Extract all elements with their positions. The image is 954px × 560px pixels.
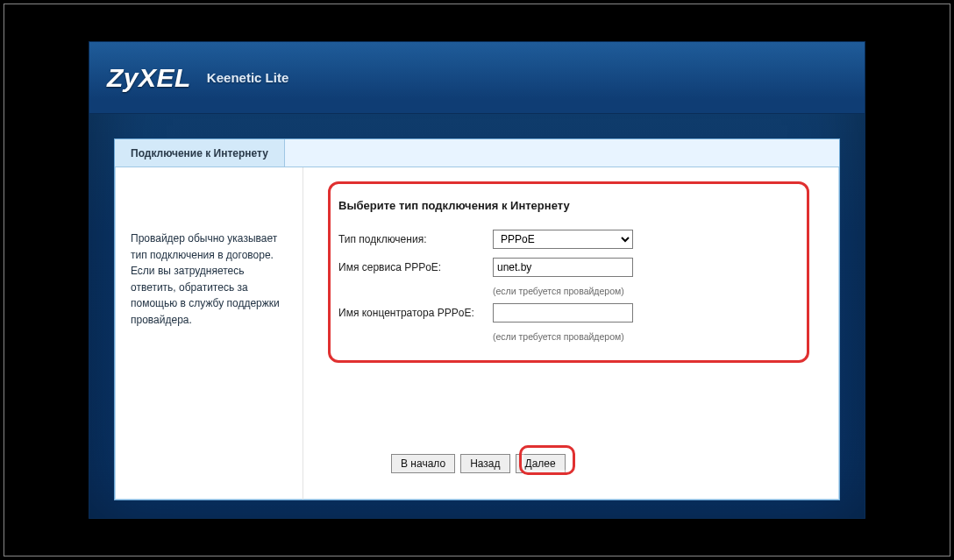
input-pppoe-service[interactable] (493, 258, 633, 277)
tab-internet-connection[interactable]: Подключение к Интернету (115, 139, 285, 167)
row-connection-type: Тип подключения: PPPoE (338, 230, 799, 249)
sidebar-help-text: Провайдер обычно указывает тип подключен… (131, 230, 288, 329)
form-area: Выберите тип подключения к Интернету Тип… (333, 187, 818, 368)
section-title: Выберите тип подключения к Интернету (338, 199, 799, 212)
tabstrip: Подключение к Интернету (115, 139, 839, 167)
panel-body: Провайдер обычно указывает тип подключен… (115, 167, 839, 500)
next-button[interactable]: Далее (516, 454, 566, 473)
stage: Подключение к Интернету Провайдер обычно… (89, 114, 865, 518)
back-button[interactable]: Назад (460, 454, 509, 473)
hint-pppoe-ac: (если требуется провайдером) (493, 331, 799, 342)
content: Выберите тип подключения к Интернету Тип… (303, 167, 839, 500)
brand-logo: ZyXEL (107, 63, 191, 93)
header: ZyXEL Keenetic Lite (89, 42, 865, 114)
label-pppoe-ac: Имя концентратора PPPoE: (338, 307, 493, 319)
label-pppoe-service: Имя сервиса PPPoE: (338, 261, 493, 273)
home-button[interactable]: В начало (391, 454, 455, 473)
router-admin-window: ZyXEL Keenetic Lite Подключение к Интерн… (89, 41, 865, 519)
sidebar: Провайдер обычно указывает тип подключен… (115, 167, 303, 500)
screenshot-frame: ZyXEL Keenetic Lite Подключение к Интерн… (4, 4, 950, 556)
label-connection-type: Тип подключения: (338, 233, 493, 245)
wizard-panel: Подключение к Интернету Провайдер обычно… (114, 138, 840, 500)
row-pppoe-service: Имя сервиса PPPoE: (338, 258, 799, 277)
input-pppoe-ac[interactable] (493, 303, 633, 323)
hint-pppoe-service: (если требуется провайдером) (493, 286, 799, 296)
select-connection-type[interactable]: PPPoE (493, 230, 633, 249)
row-pppoe-ac: Имя концентратора PPPoE: (338, 303, 799, 323)
device-model: Keenetic Lite (207, 70, 288, 85)
wizard-footer: В начало Назад Далее (391, 447, 818, 487)
